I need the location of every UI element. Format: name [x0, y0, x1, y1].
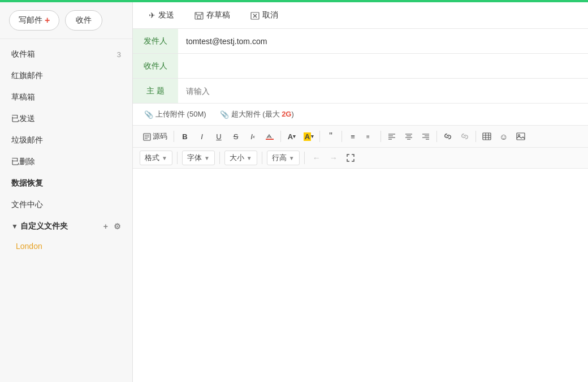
divider5: [381, 131, 381, 142]
cancel-label: 取消: [262, 10, 278, 20]
large-attachment-link[interactable]: 📎 超大附件 (最大 2G): [220, 109, 294, 119]
subject-label: 主 题: [133, 79, 178, 103]
emoji-button[interactable]: ☺: [496, 129, 512, 144]
line-height-label: 行高: [272, 153, 287, 163]
paperclip-large-icon: 📎: [220, 110, 229, 119]
unordered-list-button[interactable]: ≡: [345, 129, 361, 144]
draft-label: 存草稿: [206, 10, 230, 20]
clear-format-button[interactable]: Ix: [245, 129, 261, 144]
link-button[interactable]: [440, 129, 456, 144]
source-icon: [143, 132, 151, 141]
compose-button[interactable]: 写邮件 +: [9, 10, 59, 31]
sidebar-item-redflag[interactable]: 红旗邮件: [0, 65, 132, 87]
image-button[interactable]: [513, 129, 529, 144]
sidebar-item-data-recovery[interactable]: 数据恢复: [0, 173, 132, 194]
format-arrow-icon: ▼: [162, 155, 167, 161]
underline-button[interactable]: U: [211, 129, 227, 144]
table-button[interactable]: [479, 129, 495, 144]
inbox-action-button[interactable]: 收件: [65, 10, 102, 31]
to-input[interactable]: [178, 62, 588, 71]
sidebar: 写邮件 + 收件 收件箱 3 红旗邮件 草稿箱 已发送 垃圾邮件: [0, 2, 133, 382]
large-attachment-label: 超大附件 (最大 2G): [231, 109, 294, 119]
svg-rect-1: [197, 16, 201, 19]
sidebar-actions: 写邮件 + 收件: [0, 2, 132, 39]
paint-button[interactable]: [262, 129, 278, 144]
bold-button[interactable]: B: [177, 129, 193, 144]
save-draft-button[interactable]: 存草稿: [190, 8, 235, 23]
to-field-row: 收件人: [133, 54, 588, 79]
svg-rect-4: [266, 139, 274, 140]
row2-divider2: [219, 152, 220, 164]
cancel-button[interactable]: 取消: [246, 8, 283, 23]
custom-folder-icons: + ⚙: [103, 222, 121, 231]
sidebar-item-london[interactable]: London: [0, 237, 132, 255]
align-left-button[interactable]: [384, 129, 400, 144]
align-center-button[interactable]: [401, 129, 417, 144]
strikethrough-button[interactable]: S: [228, 129, 244, 144]
send-button[interactable]: ✈ 发送: [144, 8, 179, 23]
subject-field-row: 主 题: [133, 79, 588, 104]
inbox-action-label: 收件: [76, 15, 92, 24]
main-layout: 写邮件 + 收件 收件箱 3 红旗邮件 草稿箱 已发送 垃圾邮件: [0, 2, 588, 382]
paperclip-icon: 📎: [144, 110, 153, 119]
from-label: 发件人: [133, 29, 178, 53]
divider7: [475, 131, 476, 142]
sidebar-item-drafts[interactable]: 草稿箱: [0, 87, 132, 108]
content-area: ✈ 发送 存草稿: [133, 2, 588, 382]
italic-button[interactable]: I: [194, 129, 210, 144]
size-label: 大小: [230, 153, 244, 163]
blockquote-button[interactable]: ": [323, 129, 339, 144]
sidebar-item-spam-label: 垃圾邮件: [11, 135, 43, 145]
source-label: 源码: [153, 131, 167, 141]
divider3: [319, 131, 320, 142]
font-select[interactable]: 字体 ▼: [182, 151, 215, 165]
divider2: [280, 131, 281, 142]
upload-attachment-label: 上传附件 (50M): [155, 109, 206, 119]
data-recovery-label: 数据恢复: [11, 178, 43, 188]
add-folder-icon[interactable]: +: [103, 222, 108, 231]
editor-body[interactable]: [133, 169, 588, 382]
fullscreen-button[interactable]: [343, 151, 358, 165]
sidebar-item-spam[interactable]: 垃圾邮件: [0, 130, 132, 151]
divider1: [174, 131, 174, 142]
unlink-button[interactable]: [457, 129, 473, 144]
size-arrow-icon: ▼: [247, 155, 252, 161]
undo-button[interactable]: ←: [309, 151, 324, 165]
sidebar-item-trash[interactable]: 已删除: [0, 151, 132, 173]
from-field-row: 发件人 tomtest@testj.tom.com: [133, 29, 588, 54]
inbox-badge: 3: [117, 50, 121, 59]
sidebar-item-sent[interactable]: 已发送: [0, 108, 132, 130]
row2-divider4: [304, 152, 305, 164]
highlight-color-button[interactable]: A▾: [301, 129, 317, 144]
compose-label: 写邮件: [19, 15, 42, 25]
ordered-list-button[interactable]: ≡: [362, 129, 378, 144]
align-right-button[interactable]: [418, 129, 434, 144]
sidebar-item-inbox-label: 收件箱: [11, 49, 35, 59]
font-arrow-icon: ▼: [204, 155, 210, 161]
sidebar-item-file-center[interactable]: 文件中心: [0, 194, 132, 216]
source-code-button[interactable]: 源码: [140, 129, 171, 144]
line-height-select[interactable]: 行高 ▼: [267, 151, 300, 165]
upload-attachment-link[interactable]: 📎 上传附件 (50M): [144, 109, 206, 119]
font-color-button[interactable]: A▾: [284, 129, 300, 144]
svg-text:≡: ≡: [366, 134, 370, 140]
redo-button[interactable]: →: [326, 151, 341, 165]
size-select[interactable]: 大小 ▼: [224, 151, 257, 165]
format-select[interactable]: 格式 ▼: [140, 151, 172, 165]
format-label: 格式: [145, 153, 159, 163]
subject-input[interactable]: [178, 87, 588, 96]
cancel-icon: [250, 11, 260, 20]
sidebar-item-trash-label: 已删除: [11, 157, 35, 167]
settings-folder-icon[interactable]: ⚙: [114, 222, 121, 231]
large-attachment-size: 2G: [282, 110, 291, 118]
compose-area: 发件人 tomtest@testj.tom.com 收件人 主 题 📎 上传附件…: [133, 29, 588, 382]
sidebar-item-sent-label: 已发送: [11, 114, 35, 124]
line-height-arrow-icon: ▼: [289, 155, 295, 161]
to-label: 收件人: [133, 54, 178, 78]
custom-folder-label: 自定义文件夹: [20, 221, 68, 231]
sidebar-item-inbox[interactable]: 收件箱 3: [0, 44, 132, 65]
sidebar-nav: 收件箱 3 红旗邮件 草稿箱 已发送 垃圾邮件 已删除 数据恢复 文件中心: [0, 39, 132, 260]
sidebar-custom-folder-section[interactable]: ▼ 自定义文件夹 + ⚙: [0, 216, 132, 237]
editor-toolbar-row2: 格式 ▼ 字体 ▼ 大小 ▼ 行高 ▼: [133, 148, 588, 169]
sidebar-item-drafts-label: 草稿箱: [11, 92, 35, 102]
